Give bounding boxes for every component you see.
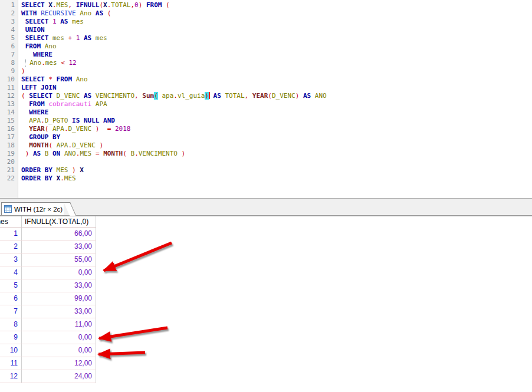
code-token: ( (21, 92, 29, 100)
code-line[interactable]: WITH RECURSIVE Ano AS ( (19, 9, 532, 18)
code-line[interactable]: FROM cobrancauti APA (19, 100, 532, 108)
line-number: 7 (0, 51, 18, 59)
line-number: 2 (0, 9, 18, 18)
code-token: VENCIMENTO (139, 150, 178, 157)
grid-cell-total[interactable]: 66,00 (22, 228, 96, 240)
code-token: SELECT (21, 75, 48, 83)
code-line[interactable]: APA.D_PGTO IS NULL AND (19, 117, 532, 125)
grid-cell-mes[interactable]: 8 (0, 318, 22, 331)
code-token: D_VENC (68, 125, 92, 133)
column-header-mes-label: mes (0, 216, 8, 227)
code-token: ( (45, 125, 52, 133)
code-token: MES (80, 150, 96, 157)
code-line[interactable]: SELECT X.MES, IFNULL(X.TOTAL,0) FROM ( (19, 1, 532, 9)
code-line[interactable]: ) (19, 67, 532, 75)
grid-cell-mes[interactable]: 1 (0, 228, 22, 240)
line-number: 4 (0, 26, 18, 34)
code-line[interactable]: WHERE (19, 51, 532, 59)
code-token (21, 133, 29, 141)
grid-cell-total[interactable]: 0,00 (22, 344, 96, 357)
code-token: IFNULL (76, 1, 100, 9)
code-token: D_VENC (272, 92, 295, 100)
sql-editor[interactable]: 12345678910111213141516171819202122 SELE… (0, 0, 532, 198)
grid-cell-mes[interactable]: 5 (0, 279, 22, 292)
line-number: 21 (0, 166, 18, 174)
grid-cell-total[interactable]: 24,00 (22, 370, 96, 383)
grid-row: 811,00 (0, 318, 96, 331)
code-line[interactable]: Ano.mes < 12 (19, 59, 532, 67)
code-token: . (173, 92, 178, 100)
code-line[interactable]: SELECT mes + 1 AS mes (19, 34, 532, 42)
line-number: 1 (0, 1, 18, 9)
grid-cell-mes[interactable]: 9 (0, 331, 22, 344)
results-tab[interactable]: WITH (12r × 2c) (1, 202, 64, 215)
code-line[interactable]: ORDER BY MES ) X (19, 166, 532, 174)
code-line[interactable]: ORDER BY X.MES (19, 174, 532, 183)
code-line[interactable]: SELECT * FROM Ano (19, 75, 532, 84)
code-token: YEAR (29, 125, 45, 133)
grid-cell-total[interactable]: 55,00 (22, 253, 96, 266)
code-token (21, 141, 29, 149)
line-number: 5 (0, 34, 18, 42)
column-header-mes[interactable]: mes (0, 216, 22, 227)
grid-cell-total[interactable]: 99,00 (22, 292, 96, 305)
code-token: 12 (69, 59, 77, 67)
grid-cell-total[interactable]: 12,00 (22, 357, 96, 370)
line-number: 14 (0, 108, 18, 117)
grid-row: 1112,00 (0, 357, 96, 370)
code-token: , (134, 92, 142, 100)
code-line[interactable] (19, 158, 532, 166)
code-token: Sum (142, 92, 154, 100)
code-line[interactable]: YEAR( APA.D_VENC ) = 2018 (19, 125, 532, 133)
code-token: SELECT (21, 1, 48, 9)
code-token: mes (72, 18, 84, 25)
code-token: LEFT JOIN (21, 84, 57, 91)
code-token: FROM (57, 75, 76, 83)
code-token: 1 (76, 34, 84, 42)
code-token: , (245, 92, 252, 100)
grid-cell-mes[interactable]: 6 (0, 292, 22, 305)
code-line[interactable]: FROM Ano (19, 42, 532, 51)
line-number: 22 (0, 174, 18, 183)
grid-cell-total[interactable]: 33,00 (22, 305, 96, 318)
column-header-total[interactable]: IFNULL(X.TOTAL,0) (22, 216, 96, 227)
code-token: mes (52, 34, 68, 42)
code-token: APA (29, 117, 41, 124)
code-line[interactable]: LEFT JOIN (19, 84, 532, 92)
results-tab-bar: WITH (12r × 2c) (0, 198, 532, 216)
grid-cell-total[interactable]: 0,00 (22, 266, 96, 279)
code-token (21, 59, 25, 67)
code-token: . (64, 125, 68, 133)
grid-cell-total[interactable]: 11,00 (22, 318, 96, 331)
code-token: . (52, 1, 57, 9)
grid-cell-total[interactable]: 33,00 (22, 279, 96, 292)
code-token: ( (48, 141, 56, 149)
grid-cell-total[interactable]: 0,00 (22, 331, 96, 344)
grid-row: 100,00 (0, 344, 96, 357)
grid-cell-mes[interactable]: 12 (0, 370, 22, 383)
grid-cell-mes[interactable]: 10 (0, 344, 22, 357)
grid-row: 90,00 (0, 331, 96, 344)
code-token (21, 117, 29, 124)
grid-cell-total[interactable]: 33,00 (22, 241, 96, 253)
code-token: MES (57, 166, 73, 174)
line-number: 10 (0, 75, 18, 84)
grid-cell-mes[interactable]: 11 (0, 357, 22, 370)
code-line[interactable]: WHERE (19, 108, 532, 117)
code-token: , (68, 1, 75, 9)
code-line[interactable]: MONTH( APA.D_VENC ) (19, 141, 532, 150)
code-token: TOTAL (225, 92, 244, 100)
code-line[interactable]: ) AS B ON ANO.MES = MONTH( B.VENCIMENTO … (19, 150, 532, 158)
grid-cell-mes[interactable]: 3 (0, 253, 22, 266)
grid-cell-mes[interactable]: 2 (0, 241, 22, 253)
grid-cell-mes[interactable]: 7 (0, 305, 22, 318)
grid-header-row: mes IFNULL(X.TOTAL,0) (0, 216, 96, 228)
code-token: . (60, 174, 64, 182)
code-token: AS (214, 92, 225, 100)
code-line[interactable]: SELECT 1 AS mes (19, 18, 532, 26)
grid-cell-mes[interactable]: 4 (0, 266, 22, 279)
code-line[interactable]: UNION (19, 26, 532, 34)
code-line[interactable]: ( SELECT D_VENC AS VENCIMENTO, Sum( apa.… (19, 92, 532, 100)
code-token: APA (96, 100, 107, 108)
code-line[interactable]: GROUP BY (19, 133, 532, 141)
